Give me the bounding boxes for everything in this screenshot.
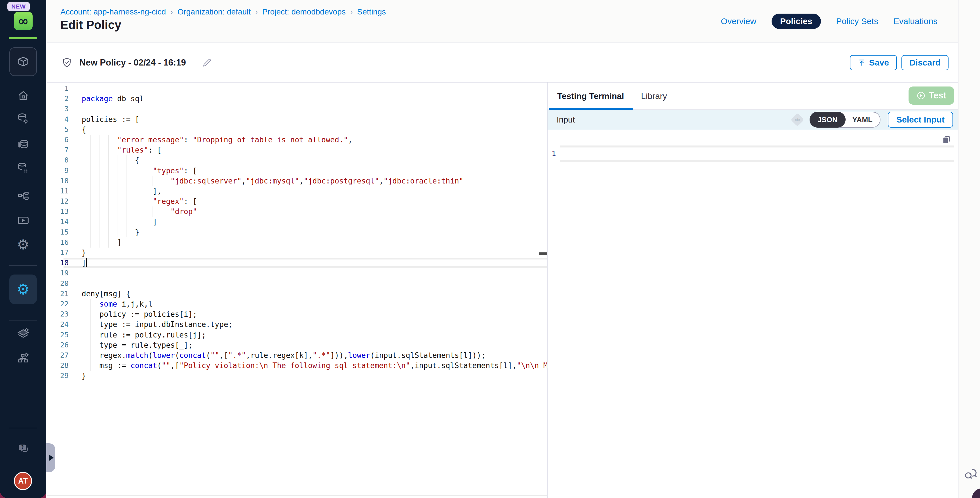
code-line[interactable]: 8 {	[47, 155, 547, 165]
code-line-content[interactable]: type = rule.types[_];	[82, 340, 547, 350]
code-line-content[interactable]: ]	[82, 237, 547, 248]
breadcrumb-account[interactable]: Account: app-harness-ng-cicd	[60, 7, 166, 16]
code-line[interactable]: 26 type = rule.types[_];	[47, 340, 547, 350]
tab-library[interactable]: Library	[633, 83, 676, 110]
code-line[interactable]: 28 msg := concat("",["Policy violation:\…	[47, 360, 547, 371]
sidebar-item-account-settings[interactable]	[0, 352, 46, 364]
tab-testing-terminal[interactable]: Testing Terminal	[549, 83, 633, 110]
code-line-content[interactable]: package db_sql	[82, 94, 547, 104]
sidebar-item-db-instances[interactable]	[0, 112, 46, 125]
tab-policy-sets[interactable]: Policy Sets	[836, 16, 878, 26]
code-line[interactable]: 15 }	[47, 227, 547, 237]
rego-code-editor[interactable]: 12package db_sql34policies := [5{6 "erro…	[47, 83, 547, 498]
code-line[interactable]: 25 rule := policy.rules[j];	[47, 330, 547, 340]
code-line[interactable]: 7 "rules": [	[47, 145, 547, 155]
chat-widget-button[interactable]	[972, 488, 980, 498]
code-line[interactable]: 20	[47, 278, 547, 289]
code-line[interactable]: 29}	[47, 371, 547, 381]
code-line-content[interactable]: "jdbc:sqlserver","jdbc:mysql","jdbc:post…	[82, 176, 547, 186]
breadcrumb-organization[interactable]: Organization: default	[178, 7, 251, 16]
tab-evaluations[interactable]: Evaluations	[894, 16, 937, 26]
code-line[interactable]: 27 regex.match(lower(concat("",[".*",rul…	[47, 350, 547, 360]
code-line[interactable]: 6 "error_message": "Dropping of table is…	[47, 135, 547, 145]
code-line-content[interactable]: "drop"	[82, 207, 547, 217]
test-button[interactable]: Test	[908, 86, 954, 105]
code-line[interactable]: 14 ]	[47, 217, 547, 227]
code-line-content[interactable]: type := input.dbInstance.type;	[82, 319, 547, 329]
user-avatar[interactable]: AT	[14, 472, 32, 490]
edit-name-button[interactable]	[202, 57, 212, 68]
code-line-content[interactable]	[82, 104, 547, 114]
code-line-content[interactable]: ],	[82, 186, 547, 196]
code-line-content[interactable]: "rules": [	[82, 145, 547, 155]
code-line[interactable]: 19	[47, 268, 547, 278]
code-line-content[interactable]: {	[82, 155, 547, 165]
testing-panel: Testing Terminal Library Test Input </> …	[547, 83, 958, 498]
input-editor[interactable]: 1	[547, 130, 958, 498]
code-line-content[interactable]: }	[82, 227, 547, 237]
code-line[interactable]: 1	[47, 83, 547, 94]
code-line[interactable]: 11 ],	[47, 186, 547, 196]
code-line-content[interactable]: msg := concat("",["Policy violation:\n T…	[82, 360, 547, 371]
sidebar-item-db-connectors[interactable]	[0, 161, 46, 174]
code-line[interactable]: 3	[47, 104, 547, 114]
input-editor-line[interactable]: 1	[547, 145, 954, 162]
code-line-content[interactable]: some i,j,k,l	[82, 299, 547, 309]
code-line[interactable]: 18]	[47, 258, 547, 268]
sidebar-item-home[interactable]	[0, 89, 46, 102]
sidebar-item-project-settings-active[interactable]: ⚙	[10, 275, 37, 304]
code-line-content[interactable]: policies := [	[82, 114, 547, 124]
save-button[interactable]: Save	[850, 55, 897, 70]
code-line[interactable]: 12 "regex": [	[47, 196, 547, 207]
code-line-content[interactable]	[82, 268, 547, 278]
code-line-content[interactable]	[82, 83, 547, 94]
code-line-content[interactable]: ]	[82, 217, 547, 227]
code-line[interactable]: 2package db_sql	[47, 94, 547, 104]
harness-dbdevops-logo[interactable]: ∞	[14, 12, 33, 30]
code-line[interactable]: 22 some i,j,k,l	[47, 299, 547, 309]
code-line-content[interactable]: "regex": [	[82, 196, 547, 207]
svg-text:?: ?	[21, 445, 24, 450]
sidebar-item-settings[interactable]: ⚙	[0, 238, 46, 251]
sidebar-item-db-schemas[interactable]	[0, 138, 46, 151]
sidebar-item-executions[interactable]	[0, 214, 46, 227]
code-line[interactable]: 9 "types": [	[47, 165, 547, 176]
sidebar-module-button[interactable]	[10, 47, 37, 76]
code-line[interactable]: 16 ]	[47, 237, 547, 248]
discard-button[interactable]: Discard	[902, 55, 948, 70]
code-line[interactable]: 21deny[msg] {	[47, 289, 547, 299]
code-line-content[interactable]: }	[82, 371, 547, 381]
code-line[interactable]: 17}	[47, 248, 547, 258]
code-line-content[interactable]: }	[82, 248, 547, 258]
sidebar-item-pipelines[interactable]	[0, 190, 46, 203]
toggle-json[interactable]: JSON	[810, 112, 846, 127]
breadcrumb-project[interactable]: Project: demodbdevops	[262, 7, 346, 16]
select-input-button[interactable]: Select Input	[888, 112, 953, 127]
breadcrumb-settings[interactable]: Settings	[357, 7, 386, 16]
code-line[interactable]: 24 type := input.dbInstance.type;	[47, 319, 547, 329]
copy-icon[interactable]	[942, 135, 951, 144]
code-line-content[interactable]: rule := policy.rules[j];	[82, 330, 547, 340]
code-line-content[interactable]: policy := policies[i];	[82, 309, 547, 319]
input-editor-current-line[interactable]	[560, 145, 954, 162]
code-line-content[interactable]: "error_message": "Dropping of table is n…	[82, 135, 547, 145]
code-line[interactable]: 10 "jdbc:sqlserver","jdbc:mysql","jdbc:p…	[47, 176, 547, 186]
code-line[interactable]: 13 "drop"	[47, 207, 547, 217]
sidebar-item-org-settings[interactable]	[0, 327, 46, 340]
code-line-content[interactable]: "types": [	[82, 165, 547, 176]
code-line-content[interactable]: {	[82, 124, 547, 135]
sidebar-item-help[interactable]: ?	[0, 442, 46, 455]
code-line[interactable]: 23 policy := policies[i];	[47, 309, 547, 319]
code-line[interactable]: 4policies := [	[47, 114, 547, 124]
sidebar-expand-handle[interactable]	[46, 443, 55, 472]
code-line-content[interactable]	[82, 278, 547, 289]
code-line[interactable]: 5{	[47, 124, 547, 135]
editor-scrollbar-track[interactable]	[47, 495, 547, 496]
tab-overview[interactable]: Overview	[721, 16, 756, 26]
code-line-content[interactable]: regex.match(lower(concat("",[".*",rule.r…	[82, 350, 547, 360]
code-line-content[interactable]: ]	[82, 258, 547, 268]
chat-bubbles-icon[interactable]	[963, 467, 978, 482]
code-line-content[interactable]: deny[msg] {	[82, 289, 547, 299]
toggle-yaml[interactable]: YAML	[845, 115, 880, 124]
tab-policies-active[interactable]: Policies	[772, 14, 821, 29]
